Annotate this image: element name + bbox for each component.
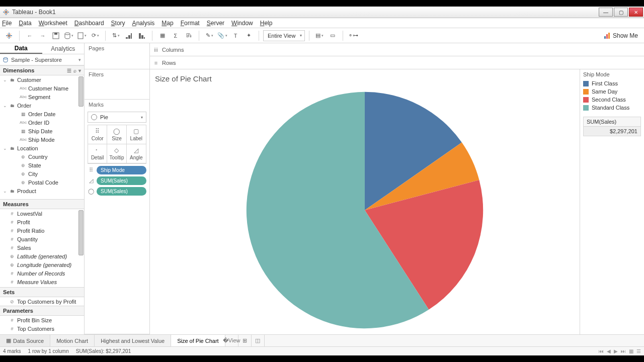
view-list-icon[interactable]: ☰ (67, 68, 71, 73)
field-customer-name[interactable]: AbcCustomer Name (0, 84, 84, 93)
show-me-button[interactable]: Show Me (601, 32, 641, 39)
legend-item-second-class[interactable]: Second Class (583, 96, 641, 104)
legend-item-first-class[interactable]: First Class (583, 79, 641, 87)
new-story-button[interactable]: ◫ (252, 335, 265, 346)
field-ship-mode[interactable]: AbcShip Mode (0, 135, 84, 144)
undo-button[interactable]: ← (24, 30, 36, 42)
menu-file[interactable]: File (2, 20, 12, 27)
sheet-tab-size-of-pie-chart[interactable]: Size of Pie Chart (171, 335, 225, 346)
nav-prev-icon[interactable]: ◀ (607, 348, 611, 354)
redo-button[interactable]: → (37, 30, 49, 42)
nav-last-icon[interactable]: ⏭ (621, 348, 626, 354)
save-button[interactable] (50, 30, 62, 42)
nav-next-icon[interactable]: ▶ (614, 348, 618, 354)
field-state[interactable]: ⊕State (0, 161, 84, 169)
dropdown-icon[interactable]: ▾ (78, 57, 81, 62)
labels-button[interactable]: T (229, 30, 242, 42)
mark-type-dropdown[interactable]: Pie (88, 112, 146, 123)
menu-window[interactable]: Window (231, 20, 253, 27)
folder-product[interactable]: ⌄🖿Product (0, 187, 84, 195)
legend-item-same-day[interactable]: Same Day (583, 87, 641, 96)
field-order-date[interactable]: ▦Order Date (0, 110, 84, 118)
menu-format[interactable]: Format (181, 20, 200, 27)
pill-sumsales[interactable]: ◯SUM(Sales) (88, 187, 146, 196)
attach-button[interactable]: 📎 (216, 30, 228, 42)
mark-label-button[interactable]: ▢Label (127, 125, 146, 144)
field-measure-values[interactable]: #Measure Values (0, 278, 84, 286)
field-quantity[interactable]: #Quantity (0, 235, 84, 243)
folder-order[interactable]: ⌄🖿Order (0, 101, 84, 110)
menu-icon[interactable]: ▾ (78, 68, 81, 73)
tab-analytics[interactable]: Analytics (42, 43, 85, 54)
legend-item-standard-class[interactable]: Standard Class (583, 104, 641, 112)
filters-shelf[interactable]: Filters (85, 69, 149, 100)
menu-worksheet[interactable]: Worksheet (39, 20, 67, 27)
tableau-start-icon[interactable] (3, 30, 15, 42)
new-sheet-button[interactable]: �View (225, 335, 238, 346)
folder-customer[interactable]: ⌄🖿Customer (0, 75, 84, 84)
menu-analysis[interactable]: Analysis (132, 20, 155, 27)
close-button[interactable]: ✕ (629, 8, 643, 17)
field-longitude-(generated)[interactable]: ⊕Longitude (generated) (0, 260, 84, 269)
fit-dropdown[interactable]: Entire View (263, 30, 305, 41)
mark-tooltip-button[interactable]: ◇Tooltip (107, 144, 126, 163)
rows-shelf[interactable]: ≡ Rows (150, 56, 644, 69)
pie-chart[interactable] (244, 89, 486, 331)
scrollbar-thumb[interactable] (78, 76, 84, 107)
mark-angle-button[interactable]: ◿Angle (127, 144, 146, 163)
sort-asc-button[interactable] (123, 30, 135, 42)
field-order-id[interactable]: AbcOrder ID (0, 118, 84, 127)
swap-button[interactable]: ⇅ (110, 30, 122, 42)
abc-button[interactable]: ㎬ (183, 30, 195, 42)
field-lowestval[interactable]: #LowestVal (0, 209, 84, 218)
viz-title[interactable]: Size of Pie Chart (155, 73, 575, 86)
parameter-item[interactable]: #Top Customers (0, 324, 84, 333)
sheet-tab-motion-chart[interactable]: Motion Chart (50, 335, 95, 346)
nav-first-icon[interactable]: ⏮ (599, 348, 604, 354)
sort-desc-button[interactable] (136, 30, 148, 42)
menu-map[interactable]: Map (162, 20, 173, 27)
new-dashboard-button[interactable]: ⊞ (238, 335, 252, 346)
menu-server[interactable]: Server (207, 20, 224, 27)
menu-help[interactable]: Help (260, 20, 273, 27)
scrollbar-thumb[interactable] (78, 210, 84, 255)
show-cards-button[interactable]: ▤ (313, 30, 326, 42)
totals-button[interactable]: Σ (170, 30, 182, 42)
new-worksheet-button[interactable] (76, 30, 88, 42)
view-grid-icon[interactable]: ▦ (629, 348, 633, 354)
set-item[interactable]: ⊘Top Customers by Profit (0, 297, 84, 306)
search-icon[interactable]: ⌕ (73, 68, 76, 73)
pill-sumsales[interactable]: ◿SUM(Sales) (88, 176, 146, 185)
group-button[interactable]: ▦ (156, 30, 169, 42)
mark-color-button[interactable]: ⠿Color (88, 125, 107, 144)
menu-dashboard[interactable]: Dashboard (74, 20, 104, 27)
sheet-tab-highest-and-lowest-value[interactable]: Highest and Lowest Value (95, 335, 171, 346)
field-profit[interactable]: #Profit (0, 218, 84, 226)
share-button[interactable]: ⚬⊶ (347, 30, 359, 42)
field-number-of-records[interactable]: #Number of Records (0, 269, 84, 278)
maximize-button[interactable]: ▢ (614, 8, 628, 17)
folder-location[interactable]: ⌄🖿Location (0, 144, 84, 152)
presentation-button[interactable]: ▭ (327, 30, 339, 42)
columns-shelf[interactable]: iii Columns (150, 43, 644, 56)
field-ship-date[interactable]: ▦Ship Date (0, 127, 84, 135)
datasource-row[interactable]: Sample - Superstore ▾ (0, 54, 84, 65)
tab-datasource[interactable]: ▦ Data Source (0, 335, 50, 346)
field-city[interactable]: ⊕City (0, 169, 84, 178)
field-postal-code[interactable]: ⊕Postal Code (0, 178, 84, 187)
format-button[interactable]: ✦ (243, 30, 255, 42)
highlight-button[interactable]: ✎ (203, 30, 215, 42)
minimize-button[interactable]: — (599, 8, 613, 17)
menu-story[interactable]: Story (111, 20, 125, 27)
new-datasource-button[interactable] (63, 30, 75, 42)
field-segment[interactable]: AbcSegment (0, 93, 84, 101)
field-country[interactable]: ⊕Country (0, 152, 84, 161)
refresh-button[interactable]: ⟳ (89, 30, 101, 42)
pages-shelf[interactable]: Pages (85, 43, 149, 69)
pill-shipmode[interactable]: ⠿Ship Mode (88, 166, 146, 174)
field-latitude-(generated)[interactable]: ⊕Latitude (generated) (0, 252, 84, 260)
menu-data[interactable]: Data (19, 20, 31, 27)
field-profit-ratio[interactable]: #Profit Ratio (0, 226, 84, 235)
mark-detail-button[interactable]: ⠂Detail (88, 144, 107, 163)
tab-data[interactable]: Data (0, 43, 42, 54)
